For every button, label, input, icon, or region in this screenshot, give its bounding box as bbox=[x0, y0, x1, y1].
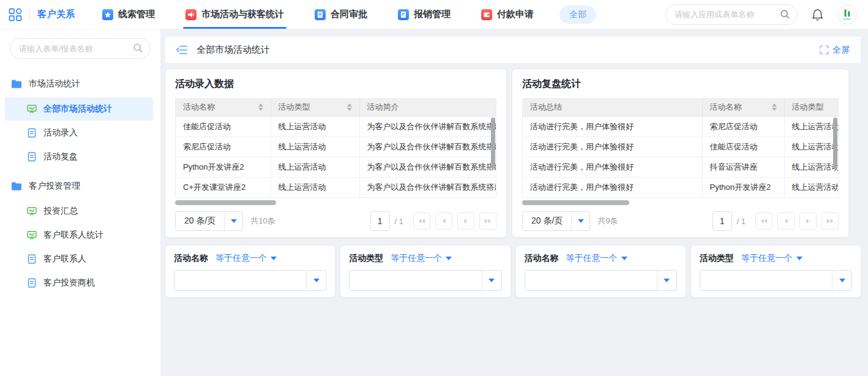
column-header[interactable]: 活动名称 bbox=[702, 98, 784, 116]
item-label: 活动复盘 bbox=[43, 151, 78, 162]
tab-label: 合同审批 bbox=[331, 9, 367, 20]
group-label: 市场活动统计 bbox=[29, 78, 80, 89]
app-search bbox=[665, 4, 798, 25]
item-label: 投资汇总 bbox=[43, 206, 78, 217]
fullscreen-icon bbox=[820, 45, 829, 55]
app-title[interactable]: 客户关系 bbox=[37, 9, 75, 20]
tab-fukuan[interactable]: 付款申请 bbox=[481, 0, 534, 29]
megaphone-icon bbox=[185, 9, 196, 20]
filter-value-select[interactable] bbox=[174, 270, 326, 291]
form-search bbox=[10, 38, 151, 59]
chevron-down-icon bbox=[482, 271, 501, 290]
sidebar-item-investment-summary[interactable]: 投资汇总 bbox=[5, 200, 153, 223]
contract-icon bbox=[315, 9, 326, 20]
search-icon bbox=[133, 43, 143, 53]
table-row[interactable]: Python开发讲座2线上运营活动为客户以及合作伙伴讲解百数系统搭建 bbox=[176, 157, 496, 177]
filter-operator[interactable]: 等于任意一个 bbox=[566, 253, 627, 264]
tab-shichang-active[interactable]: 市场活动与获客统计 bbox=[185, 0, 284, 29]
pagination: 20 条/页 共10条 1 / 1 bbox=[175, 211, 496, 231]
sidebar-item-all-market-stats[interactable]: 全部市场活动统计 bbox=[5, 97, 153, 121]
table-row[interactable]: 活动进行完美，用户体验很好索尼店促活动线上运营活动 bbox=[523, 116, 838, 137]
star-icon bbox=[102, 9, 113, 20]
sort-icon[interactable] bbox=[258, 103, 263, 111]
page-number-input[interactable]: 1 bbox=[713, 211, 732, 231]
card-activity-entry-data: 活动录入数据 活动名称 活动类型 活动简介 bbox=[165, 69, 506, 237]
table-row[interactable]: 活动进行完美，用户体验很好佳能店促活动线上运营活动 bbox=[523, 137, 838, 157]
form-search-input[interactable] bbox=[10, 38, 151, 59]
filter-operator[interactable]: 等于任意一个 bbox=[215, 253, 277, 264]
sidebar-item-investment-opportunity[interactable]: 客户投资商机 bbox=[5, 271, 153, 295]
first-page-button[interactable] bbox=[755, 212, 773, 230]
page-size-select[interactable]: 20 条/页 bbox=[522, 211, 590, 231]
filter-field-label: 活动类型 bbox=[700, 253, 734, 264]
total-count: 共10条 bbox=[250, 216, 275, 227]
column-header[interactable]: 活动名称 bbox=[176, 98, 271, 116]
next-page-button[interactable] bbox=[799, 212, 817, 230]
page-number-input[interactable]: 1 bbox=[370, 211, 390, 231]
vertical-scrollbar[interactable] bbox=[833, 118, 837, 169]
notification-bell-icon[interactable] bbox=[811, 8, 824, 21]
filter-value-select[interactable] bbox=[349, 270, 501, 291]
last-page-button[interactable] bbox=[479, 212, 496, 230]
horizontal-scrollbar-track bbox=[522, 200, 839, 206]
next-page-button[interactable] bbox=[457, 212, 474, 230]
collapse-sidebar-icon[interactable] bbox=[176, 45, 188, 55]
vertical-scrollbar[interactable] bbox=[491, 118, 495, 169]
horizontal-scrollbar[interactable] bbox=[522, 200, 629, 205]
chevron-down-icon bbox=[306, 271, 326, 290]
prev-page-button[interactable] bbox=[435, 212, 452, 230]
tab-baoxiao[interactable]: 报销管理 bbox=[398, 0, 451, 29]
column-header[interactable]: 活动类型 bbox=[271, 98, 359, 116]
form-icon bbox=[27, 152, 37, 162]
avatar[interactable] bbox=[837, 5, 857, 24]
all-apps-pill[interactable]: 全部 bbox=[559, 6, 596, 24]
filter-operator[interactable]: 等于任意一个 bbox=[741, 253, 803, 264]
sidebar-item-activity-entry[interactable]: 活动录入 bbox=[5, 121, 153, 145]
fullscreen-button[interactable]: 全屏 bbox=[820, 45, 850, 56]
table-row[interactable]: 佳能店促活动线上运营活动为客户以及合作伙伴讲解百数系统搭建 bbox=[176, 116, 496, 137]
sidebar-group-market[interactable]: 市场活动统计 bbox=[0, 71, 160, 97]
topbar: 客户关系 线索管理 市场活动与获客统计 合同审批 报销管理 bbox=[0, 0, 868, 29]
prev-page-button[interactable] bbox=[777, 212, 795, 230]
filter-field-label: 活动名称 bbox=[525, 253, 559, 264]
sidebar-item-contacts[interactable]: 客户联系人 bbox=[5, 247, 153, 271]
table-row[interactable]: 索尼店促活动线上运营活动为客户以及合作伙伴讲解百数系统搭建 bbox=[176, 137, 496, 157]
filter-value-select[interactable] bbox=[700, 270, 852, 291]
first-page-button[interactable] bbox=[413, 212, 430, 230]
app-tabstrip: 线索管理 市场活动与获客统计 合同审批 报销管理 付款申请 bbox=[102, 0, 534, 29]
table-row[interactable]: 活动进行完美，用户体验很好抖音运营讲座线上运营活动 bbox=[523, 157, 838, 177]
horizontal-scrollbar[interactable] bbox=[175, 200, 276, 205]
main-area: 全部市场活动统计 全屏 活动录入数据 活动名称 活动类型 bbox=[160, 29, 868, 376]
page-size-select[interactable]: 20 条/页 bbox=[175, 211, 243, 231]
filter-card-activity-name-1: 活动名称 等于任意一个 bbox=[165, 246, 335, 297]
column-header[interactable]: 活动类型 bbox=[784, 98, 838, 116]
horizontal-scrollbar-track bbox=[175, 200, 496, 206]
table-row[interactable]: C+开发课堂讲座2线上运营活动为客户以及合作伙伴讲解百数系统搭建 bbox=[176, 177, 496, 197]
filter-field-label: 活动类型 bbox=[349, 253, 383, 264]
tab-xiansuo[interactable]: 线索管理 bbox=[102, 0, 155, 29]
total-pages: / 1 bbox=[395, 217, 403, 226]
main-header: 全部市场活动统计 全屏 bbox=[165, 37, 861, 63]
table-row[interactable]: 活动进行完美，用户体验很好Python开发讲座2线上运营活动 bbox=[523, 177, 838, 197]
fullscreen-label: 全屏 bbox=[832, 45, 850, 56]
topbar-right bbox=[665, 4, 857, 25]
last-page-button[interactable] bbox=[821, 212, 839, 230]
item-label: 客户联系人统计 bbox=[43, 230, 103, 241]
group-label: 客户投资管理 bbox=[29, 181, 80, 192]
filter-operator[interactable]: 等于任意一个 bbox=[391, 253, 452, 264]
sort-icon[interactable] bbox=[772, 103, 777, 111]
column-header[interactable]: 活动简介 bbox=[359, 98, 496, 116]
sidebar-item-contact-stats[interactable]: 客户联系人统计 bbox=[5, 224, 153, 247]
sidebar-group-investment[interactable]: 客户投资管理 bbox=[0, 173, 160, 199]
sidebar-item-activity-review[interactable]: 活动复盘 bbox=[5, 145, 153, 168]
table-activity-entry: 活动名称 活动类型 活动简介 佳能店促活动线上运营活动为客户以及合作伙伴讲解百数… bbox=[175, 98, 496, 198]
column-header[interactable]: 活动总结 bbox=[523, 98, 702, 116]
apps-grid-icon[interactable] bbox=[9, 8, 22, 21]
search-icon bbox=[780, 9, 790, 20]
item-label: 全部市场活动统计 bbox=[43, 103, 112, 115]
tab-hetong[interactable]: 合同审批 bbox=[315, 0, 367, 29]
app-search-input[interactable] bbox=[665, 4, 798, 25]
filter-value-select[interactable] bbox=[525, 270, 677, 291]
sort-icon[interactable] bbox=[347, 103, 352, 111]
table-header-row: 活动名称 活动类型 活动简介 bbox=[176, 98, 496, 116]
